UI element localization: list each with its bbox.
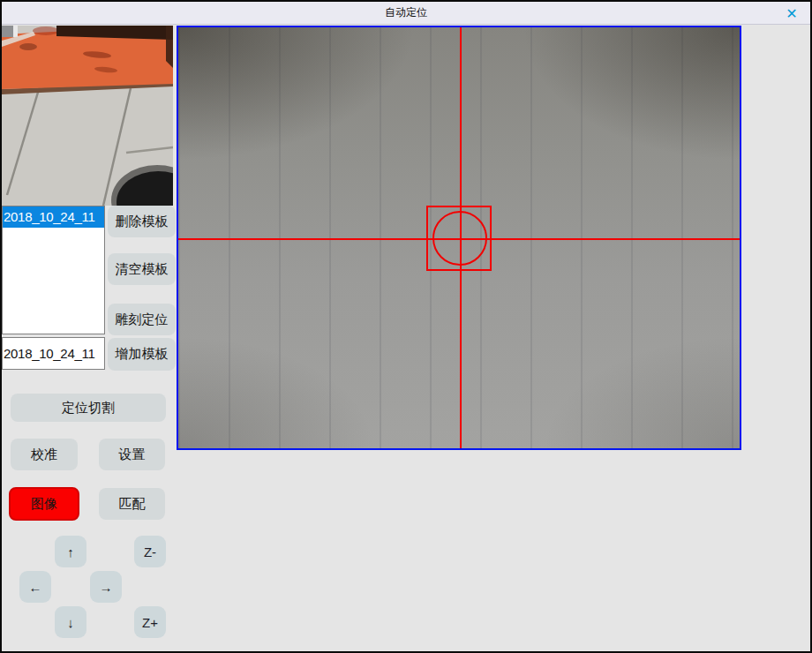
clear-template-button[interactable]: 清空模板 <box>108 253 176 285</box>
delete-template-button[interactable]: 删除模板 <box>108 206 176 237</box>
close-icon[interactable]: ✕ <box>782 4 801 24</box>
match-button[interactable]: 匹配 <box>99 488 165 520</box>
calibrate-button[interactable]: 校准 <box>11 439 78 470</box>
template-list: 2018_10_24_11 <box>2 206 105 334</box>
template-name-input[interactable] <box>2 337 105 370</box>
template-list-item[interactable]: 2018_10_24_11 <box>3 206 104 228</box>
auto-position-dialog: 自动定位 ✕ 2018_10_24_11 删除模板 清空模板 雕 <box>0 0 812 653</box>
settings-button[interactable]: 设置 <box>99 439 165 470</box>
title-bar: 自动定位 ✕ <box>2 2 810 25</box>
jog-down-button[interactable]: ↓ <box>55 606 86 638</box>
camera-view[interactable] <box>177 26 741 450</box>
jog-up-button[interactable]: ↑ <box>55 536 86 567</box>
jog-left-button[interactable]: ← <box>19 571 51 603</box>
dialog-title: 自动定位 <box>385 5 427 20</box>
jog-z-plus-button[interactable]: Z+ <box>134 606 166 638</box>
jog-z-minus-button[interactable]: Z- <box>134 536 166 567</box>
position-cut-button[interactable]: 定位切割 <box>11 394 166 422</box>
add-template-button[interactable]: 增加模板 <box>108 338 176 371</box>
image-button-active[interactable]: 图像 <box>9 487 79 521</box>
jog-right-button[interactable]: → <box>90 571 122 603</box>
engrave-position-button[interactable]: 雕刻定位 <box>108 304 176 335</box>
match-region-circle <box>432 211 487 266</box>
template-thumbnail-image <box>2 26 173 206</box>
